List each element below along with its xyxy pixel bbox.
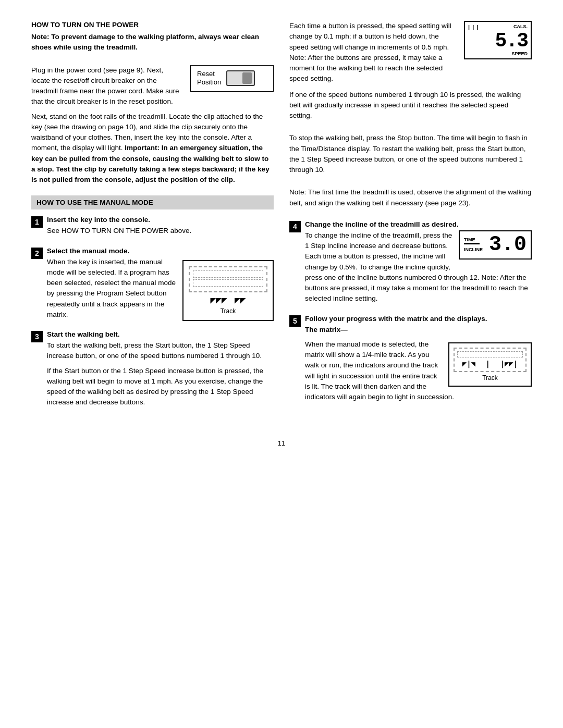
- step-5: 5 Follow your progress with the matrix a…: [289, 315, 532, 407]
- power-heading: HOW TO TURN ON THE POWER: [31, 21, 274, 29]
- incline-display: TIME INCLINE 3.0: [459, 230, 532, 260]
- track-label-right: Track: [454, 374, 527, 381]
- step-3-content: Start the walking belt. To start the wal…: [47, 330, 274, 412]
- para2-normal: Next, stand on the foot rails of the tre…: [31, 112, 274, 186]
- time-label: TIME: [464, 237, 483, 245]
- right-column: | | | CALS. 5.3 SPEED Each time a button…: [289, 21, 532, 418]
- reset-label: Reset Position: [197, 70, 221, 88]
- left-column: HOW TO TURN ON THE POWER Note: To preven…: [31, 21, 274, 418]
- track-figure-left: ◤◤◤ ◤◤ Track: [182, 260, 274, 321]
- step-2: 2 Select the manual mode. ◤◤◤ ◤◤: [31, 247, 274, 325]
- incline-display-row: TIME INCLINE 3.0: [464, 235, 527, 255]
- page-number: 11: [31, 439, 532, 447]
- step-3-para2: If the Start button or the 1 Step Speed …: [47, 366, 274, 408]
- step-1-title: Insert the key into the console.: [47, 216, 274, 224]
- incline-number: 3.0: [487, 235, 527, 255]
- step-5-title: Follow your progress with the matrix and…: [305, 315, 532, 323]
- step-1-content: Insert the key into the console. See HOW…: [47, 216, 274, 240]
- note-bold: Note: To prevent damage to the walking p…: [31, 32, 274, 53]
- step-3: 3 Start the walking belt. To start the w…: [31, 330, 274, 412]
- step-1: 1 Insert the key into the console. See H…: [31, 216, 274, 240]
- step-2-number: 2: [31, 248, 43, 259]
- step-5-content: Follow your progress with the matrix and…: [305, 315, 532, 407]
- track-figure-right: ◤|◥ | |◤◤| Track: [448, 342, 532, 387]
- step-2-content: Select the manual mode. ◤◤◤ ◤◤ Tra: [47, 247, 274, 325]
- step-1-text: See HOW TO TURN ON THE POWER above.: [47, 226, 274, 236]
- step-1-number: 1: [31, 216, 43, 228]
- incline-labels: TIME INCLINE: [464, 237, 483, 253]
- step-4: 4 Change the incline of the treadmill as…: [289, 220, 532, 309]
- step-3-number: 3: [31, 331, 43, 342]
- right-para3: To stop the walking belt, press the Stop…: [289, 133, 532, 175]
- matrix-heading: The matrix—: [305, 325, 532, 335]
- step-4-title: Change the incline of the treadmill as d…: [305, 220, 532, 228]
- step-4-content: Change the incline of the treadmill as d…: [305, 220, 532, 309]
- track-label-left: Track: [189, 307, 267, 315]
- step-5-number: 5: [289, 315, 301, 327]
- manual-mode-heading: HOW TO USE THE MANUAL MODE: [31, 195, 274, 209]
- step-4-number: 4: [289, 221, 301, 232]
- speed-number: 5.3: [468, 31, 528, 51]
- reset-switch-image: [226, 70, 255, 86]
- para2-bold: Important: In an emergency situation, th…: [31, 144, 270, 183]
- step-3-title: Start the walking belt.: [47, 330, 274, 338]
- right-para2: If one of the speed buttons numbered 1 t…: [289, 90, 532, 121]
- speed-display: | | | CALS. 5.3 SPEED: [464, 21, 532, 59]
- step-3-para1: To start the walking belt, press the Sta…: [47, 340, 274, 362]
- reset-figure: Reset Position: [190, 65, 274, 92]
- right-para4: Note: The first time the treadmill is us…: [289, 187, 532, 208]
- step-2-title: Select the manual mode.: [47, 247, 274, 255]
- track-icons: ◤◤◤ ◤◤: [189, 294, 267, 305]
- incline-label: INCLINE: [464, 246, 483, 253]
